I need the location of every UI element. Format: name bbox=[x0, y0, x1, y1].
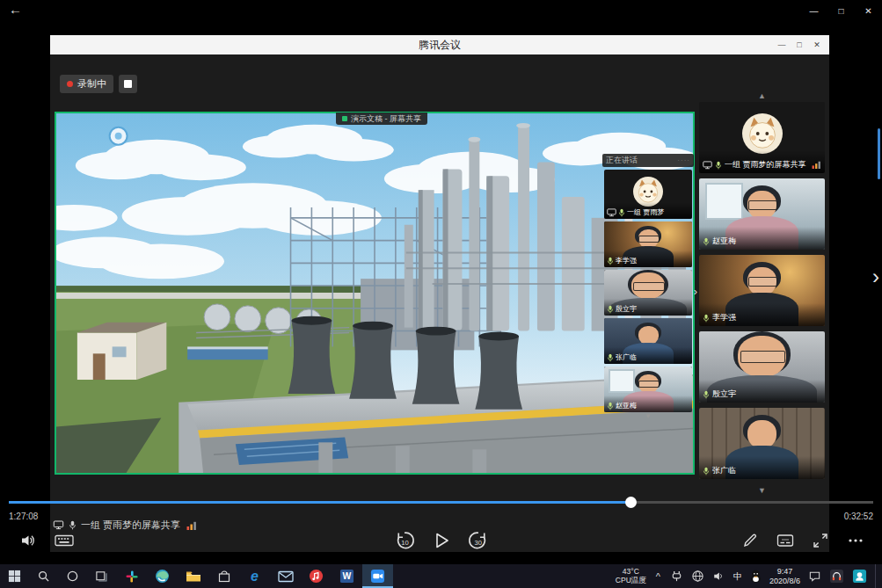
mic-icon bbox=[607, 353, 614, 362]
maximize-button[interactable]: □ bbox=[827, 0, 855, 21]
mail-icon bbox=[278, 570, 294, 583]
drag-handle-icon[interactable]: ···· bbox=[677, 156, 690, 164]
minimize-button[interactable]: — bbox=[800, 0, 827, 21]
taskbar-app-edge[interactable] bbox=[147, 564, 178, 588]
task-view-button[interactable] bbox=[87, 564, 116, 588]
mic-icon bbox=[703, 237, 710, 246]
participant-tile-video[interactable]: 殷立宇 bbox=[699, 331, 825, 403]
strip-scroll-down-button[interactable]: ▼ bbox=[699, 484, 825, 497]
taskbar-app-mail[interactable] bbox=[270, 564, 301, 588]
taskbar-app-slack[interactable] bbox=[116, 564, 147, 588]
participant-label: 一组 贾雨梦的屏幕共享 bbox=[699, 150, 825, 173]
speaking-tile-video[interactable]: 赵亚梅 bbox=[604, 367, 692, 412]
windows-logo-icon bbox=[8, 570, 21, 583]
participant-tile-video[interactable]: 李学强 bbox=[699, 255, 825, 326]
panel-collapse-arrow[interactable]: ▼ bbox=[602, 412, 694, 421]
more-dots-icon bbox=[847, 532, 864, 549]
player-topbar: ← — □ ✕ bbox=[0, 0, 882, 21]
more-button[interactable] bbox=[847, 532, 864, 549]
scrollbar-thumb[interactable] bbox=[878, 128, 880, 179]
speaking-tile-avatar[interactable]: 一组 贾雨梦 bbox=[604, 170, 692, 219]
mic-icon bbox=[703, 314, 710, 323]
fullscreen-button[interactable] bbox=[812, 532, 829, 549]
participant-label: 赵亚梅 bbox=[699, 227, 825, 250]
participant-label: 殷立宇 bbox=[699, 380, 825, 403]
progress-fill bbox=[9, 501, 631, 504]
mic-icon bbox=[607, 402, 614, 410]
tray-network-icon[interactable] bbox=[691, 570, 704, 583]
meeting-restore-button[interactable]: □ bbox=[791, 35, 808, 54]
taskbar-app-store[interactable] bbox=[208, 564, 239, 588]
cartoon-avatar-icon bbox=[742, 113, 783, 154]
taskbar-clock[interactable]: 9:47 2020/8/6 bbox=[769, 567, 800, 586]
mic-icon bbox=[715, 161, 722, 170]
participant-label: 张广临 bbox=[699, 456, 825, 479]
panel-chevron-icon[interactable]: › bbox=[694, 286, 697, 297]
back-button[interactable]: ← bbox=[9, 2, 22, 17]
system-tray: 43°C CPU温度 ^ 中 9:47 2020/8/6 bbox=[616, 564, 882, 588]
taskbar-app-word[interactable]: W bbox=[332, 564, 362, 588]
rewind-10-button[interactable]: 10 bbox=[394, 530, 415, 551]
task-view-icon bbox=[95, 570, 108, 583]
presentation-icon bbox=[342, 116, 347, 121]
action-center-button[interactable] bbox=[808, 570, 821, 583]
now-playing-label: 一组 贾雨梦的屏幕共享 bbox=[53, 519, 197, 532]
show-desktop-button[interactable] bbox=[875, 564, 879, 588]
participant-tile-share[interactable]: 一组 贾雨梦的屏幕共享 bbox=[699, 102, 825, 173]
meeting-window-title: 腾讯会议 bbox=[419, 38, 461, 53]
tray-power-plug-icon[interactable] bbox=[670, 570, 683, 583]
speaking-tile-video[interactable]: 张广临 bbox=[604, 318, 692, 364]
player-window-controls: — □ ✕ bbox=[800, 0, 882, 21]
edit-button[interactable] bbox=[741, 532, 759, 549]
taskbar-app-tencent-meeting[interactable] bbox=[362, 564, 393, 588]
shared-screen-area: 演示文稿 - 屏幕共享 正在讲话 ···· bbox=[55, 112, 695, 475]
taskbar-app-file-explorer[interactable] bbox=[178, 564, 208, 588]
participant-tile-video[interactable]: 张广临 bbox=[699, 408, 825, 479]
tray-qq-icon[interactable] bbox=[750, 570, 762, 583]
tray-headset-app-icon[interactable] bbox=[829, 569, 844, 584]
current-time: 1:27:08 bbox=[9, 512, 38, 521]
meeting-window-controls: — □ ✕ bbox=[773, 35, 826, 54]
participant-tile-video[interactable]: 赵亚梅 bbox=[699, 178, 825, 250]
participant-label: 张广临 bbox=[604, 347, 692, 364]
taskbar-search-button[interactable] bbox=[29, 564, 58, 588]
tray-ime-indicator[interactable]: 中 bbox=[733, 570, 742, 583]
strip-scroll-up-button[interactable]: ▲ bbox=[699, 90, 825, 102]
svg-text:W: W bbox=[343, 571, 352, 581]
participant-label: 一组 贾雨梦 bbox=[604, 202, 692, 219]
stop-recording-button[interactable] bbox=[119, 75, 137, 93]
meeting-window-body: 录制中 bbox=[50, 54, 829, 552]
recording-dot-icon bbox=[67, 81, 73, 87]
tray-volume-icon[interactable] bbox=[712, 570, 725, 583]
taskbar-app-music[interactable] bbox=[301, 564, 332, 588]
cortana-button[interactable] bbox=[58, 564, 87, 588]
screen-share-icon bbox=[607, 208, 616, 217]
tray-meeting-app-icon[interactable] bbox=[852, 569, 867, 584]
meeting-minimize-button[interactable]: — bbox=[773, 35, 791, 54]
remaining-time: 0:32:52 bbox=[844, 512, 873, 521]
forward-30-button[interactable]: 30 bbox=[468, 530, 489, 551]
tray-expand-chevron[interactable]: ^ bbox=[654, 571, 662, 582]
network-signal-icon bbox=[812, 161, 821, 169]
side-panel-chevron[interactable]: › bbox=[872, 266, 879, 287]
taskbar-app-edge-legacy[interactable]: e bbox=[239, 564, 270, 588]
speaking-tile-video[interactable]: 李学强 bbox=[604, 221, 692, 267]
playback-progress-bar[interactable] bbox=[9, 501, 873, 504]
cpu-temp-widget[interactable]: 43°C CPU温度 bbox=[616, 568, 646, 585]
start-button[interactable] bbox=[0, 564, 29, 588]
player-center-controls: 10 30 bbox=[394, 528, 489, 553]
subtitle-button[interactable] bbox=[776, 532, 794, 549]
progress-handle[interactable] bbox=[625, 497, 637, 508]
speaking-tile-video[interactable]: 殷立宇 bbox=[604, 270, 692, 316]
participant-label: 殷立宇 bbox=[604, 299, 692, 316]
play-button[interactable] bbox=[433, 531, 450, 550]
expand-icon bbox=[812, 532, 829, 549]
speaking-panel[interactable]: 正在讲话 ···· bbox=[602, 154, 694, 421]
volume-button[interactable] bbox=[19, 532, 37, 549]
player-right-controls bbox=[741, 528, 864, 553]
share-toast: 演示文稿 - 屏幕共享 bbox=[336, 113, 427, 125]
recording-label: 录制中 bbox=[77, 77, 106, 91]
meeting-close-button[interactable]: ✕ bbox=[808, 35, 826, 54]
close-button[interactable]: ✕ bbox=[855, 0, 882, 21]
keyboard-button[interactable] bbox=[55, 534, 74, 548]
